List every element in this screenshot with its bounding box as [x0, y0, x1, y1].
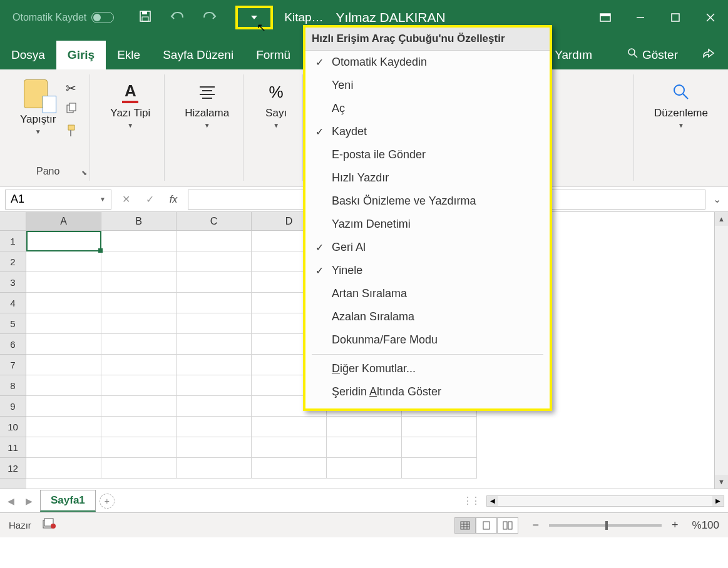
row-header[interactable]: 9 — [0, 396, 26, 417]
cell[interactable] — [252, 417, 327, 437]
enter-icon[interactable]: ✓ — [140, 190, 159, 209]
cell[interactable] — [101, 375, 177, 396]
cell[interactable] — [177, 458, 252, 479]
cell[interactable] — [101, 293, 177, 313]
row-header[interactable]: 7 — [0, 355, 26, 375]
save-icon[interactable] — [139, 10, 151, 26]
qat-menu-more-commands[interactable]: Diğer Komutlar... — [305, 357, 550, 380]
tab-file[interactable]: Dosya — [0, 41, 56, 69]
cell[interactable] — [26, 334, 101, 355]
tab-insert[interactable]: Ekle — [106, 41, 151, 69]
qat-menu-item[interactable]: Yeni — [305, 74, 550, 97]
add-sheet-button[interactable]: + — [100, 494, 115, 509]
zoom-percentage[interactable]: %100 — [692, 519, 719, 532]
cell[interactable] — [101, 396, 177, 417]
column-header[interactable]: B — [101, 212, 177, 231]
page-layout-view-icon[interactable] — [476, 517, 497, 534]
cell[interactable] — [177, 355, 252, 375]
share-icon[interactable] — [702, 47, 715, 63]
undo-icon[interactable] — [170, 10, 184, 26]
cell[interactable] — [26, 458, 101, 479]
row-header[interactable]: 1 — [0, 231, 26, 251]
autosave-toggle[interactable]: Otomatik Kaydet — [0, 12, 114, 23]
qat-menu-item[interactable]: ✓Geri Al — [305, 236, 550, 259]
cell[interactable] — [177, 437, 252, 458]
qat-menu-item[interactable]: Azalan Sıralama — [305, 305, 550, 328]
cell[interactable] — [101, 334, 177, 355]
horizontal-scrollbar[interactable]: ◀ ▶ — [486, 495, 724, 507]
qat-menu-item[interactable]: Aç — [305, 97, 550, 120]
tab-help[interactable]: Yardım — [543, 41, 603, 69]
sheet-tab-active[interactable]: Sayfa1 — [40, 490, 96, 512]
minimize-button[interactable] — [623, 0, 658, 35]
zoom-in-button[interactable]: + — [669, 519, 681, 532]
cell[interactable] — [101, 437, 177, 458]
cell[interactable] — [101, 313, 177, 334]
cell[interactable] — [177, 375, 252, 396]
insert-function-icon[interactable]: fx — [164, 190, 183, 209]
maximize-button[interactable] — [658, 0, 693, 35]
close-button[interactable] — [693, 0, 728, 35]
column-header[interactable]: A — [26, 212, 101, 231]
cell[interactable] — [402, 458, 477, 479]
cell[interactable] — [26, 396, 101, 417]
cell[interactable] — [26, 313, 101, 334]
qat-menu-show-below-ribbon[interactable]: Şeridin Altında Göster — [305, 380, 550, 403]
cell[interactable] — [26, 272, 101, 293]
redo-icon[interactable] — [203, 10, 217, 26]
qat-menu-item[interactable]: Dokunma/Fare Modu — [305, 328, 550, 352]
select-all-corner[interactable] — [0, 212, 26, 231]
format-painter-icon[interactable] — [66, 124, 78, 141]
row-header[interactable]: 6 — [0, 334, 26, 355]
cell[interactable] — [101, 355, 177, 375]
cell[interactable] — [26, 251, 101, 272]
cell[interactable] — [177, 313, 252, 334]
tab-formulas[interactable]: Formü — [245, 41, 302, 69]
sheet-nav-next-icon[interactable]: ▶ — [22, 496, 36, 506]
cell[interactable] — [101, 272, 177, 293]
cell[interactable] — [252, 458, 327, 479]
dialog-launcher-icon[interactable]: ⬊ — [81, 169, 87, 177]
scroll-down-icon[interactable]: ▼ — [715, 475, 728, 489]
cell[interactable] — [101, 251, 177, 272]
cell[interactable] — [402, 437, 477, 458]
vertical-scrollbar[interactable]: ▲ ▼ — [714, 212, 728, 489]
sheet-nav-prev-icon[interactable]: ◀ — [4, 496, 18, 506]
customize-qat-button[interactable]: ↖ — [235, 6, 273, 29]
cell[interactable] — [26, 437, 101, 458]
paste-button[interactable]: Yapıştır ▼ — [14, 74, 62, 147]
cell[interactable] — [101, 458, 177, 479]
qat-menu-item[interactable]: Yazım Denetimi — [305, 213, 550, 236]
macro-record-icon[interactable] — [43, 518, 56, 532]
cell[interactable] — [177, 417, 252, 437]
cell[interactable] — [26, 355, 101, 375]
scroll-up-icon[interactable]: ▲ — [715, 212, 728, 226]
ribbon-display-options-icon[interactable] — [588, 0, 623, 35]
expand-formula-bar-icon[interactable]: ⌄ — [710, 193, 723, 205]
row-header[interactable]: 8 — [0, 375, 26, 396]
qat-menu-item[interactable]: Hızlı Yazdır — [305, 166, 550, 190]
row-header[interactable]: 3 — [0, 272, 26, 293]
row-header[interactable]: 5 — [0, 313, 26, 334]
tab-split-grip-icon[interactable]: ⋮⋮ — [463, 495, 484, 507]
scroll-track[interactable] — [715, 226, 728, 475]
toggle-switch-icon[interactable] — [91, 12, 114, 23]
scroll-left-icon[interactable]: ◀ — [487, 496, 498, 506]
active-cell[interactable] — [26, 231, 101, 251]
cell[interactable] — [252, 437, 327, 458]
column-header[interactable]: C — [177, 212, 252, 231]
cell[interactable] — [26, 293, 101, 313]
row-header[interactable]: 4 — [0, 293, 26, 313]
scroll-right-icon[interactable]: ▶ — [712, 496, 724, 506]
cell[interactable] — [26, 375, 101, 396]
font-button[interactable]: A Yazı Tipi ▼ — [104, 74, 156, 134]
qat-menu-item[interactable]: Artan Sıralama — [305, 282, 550, 305]
tab-home[interactable]: Giriş — [56, 41, 106, 69]
normal-view-icon[interactable] — [454, 517, 476, 534]
find-select-button[interactable]: Düzenleme ▼ — [648, 74, 714, 134]
cut-icon[interactable]: ✂ — [66, 81, 78, 96]
qat-menu-item[interactable]: ✓Otomatik Kaydedin — [305, 51, 550, 74]
cell[interactable] — [26, 417, 101, 437]
row-header[interactable]: 10 — [0, 417, 26, 437]
number-format-button[interactable]: % Sayı ▼ — [257, 74, 295, 134]
